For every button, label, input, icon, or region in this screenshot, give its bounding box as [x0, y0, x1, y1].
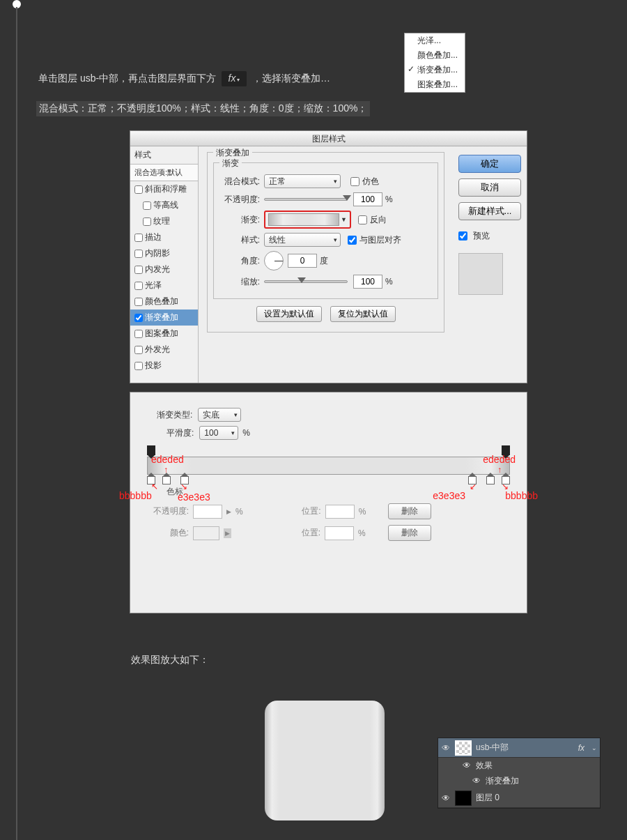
color-overlay-checkbox[interactable] — [134, 298, 143, 306]
arrow-icon: ↖ — [151, 482, 158, 491]
gradient-label: 渐变: — [219, 214, 260, 226]
angle-label: 角度: — [219, 255, 260, 267]
stop-location-label: 位置: — [279, 505, 321, 517]
sidebar-item-stroke[interactable]: 描边 — [145, 231, 162, 243]
visibility-icon[interactable]: 👁 — [462, 761, 472, 770]
menu-item-pattern-overlay[interactable]: 图案叠加... — [405, 77, 465, 92]
menu-item-color-overlay[interactable]: 颜色叠加... — [405, 48, 465, 63]
sidebar-item-satin[interactable]: 光泽 — [145, 280, 162, 291]
annotation-ededed-right: ededed — [483, 454, 516, 465]
stop-color-swatch[interactable] — [193, 526, 219, 540]
settings-main: 渐变叠加 渐变 混合模式: 正常 仿色 不透明度: % — [199, 146, 453, 383]
gradient-editor-dialog: 渐变类型: 实底 平滑度: 100 % ededed ededed bbbbbb… — [130, 392, 527, 613]
sidebar-item-pattern-overlay[interactable]: 图案叠加 — [145, 328, 178, 339]
blend-mode-label: 混合模式: — [219, 176, 260, 188]
color-stop-2[interactable] — [162, 476, 171, 484]
sidebar-header[interactable]: 样式 — [130, 146, 198, 165]
ok-button[interactable]: 确定 — [458, 155, 521, 173]
arrow-icon: ↑ — [497, 465, 502, 475]
pattern-overlay-checkbox[interactable] — [134, 330, 143, 338]
delete-opacity-stop-button[interactable]: 删除 — [388, 503, 431, 519]
stop-color-label: 颜色: — [147, 527, 189, 539]
fx-indicator-icon[interactable]: fx — [578, 743, 585, 753]
angle-input[interactable] — [288, 254, 317, 268]
blend-options[interactable]: 混合选项:默认 — [130, 165, 198, 181]
annotation-bbbbbb-right: bbbbbb — [505, 490, 538, 501]
stop-opacity-input[interactable] — [193, 505, 222, 519]
drop-shadow-checkbox[interactable] — [134, 362, 143, 370]
menu-item-satin[interactable]: 光泽... — [405, 33, 465, 48]
scale-slider[interactable] — [264, 280, 348, 283]
sidebar-item-outer-glow[interactable]: 外发光 — [145, 344, 170, 356]
stop-color-location-input[interactable] — [325, 526, 354, 540]
scale-input[interactable] — [353, 275, 382, 289]
angle-dial[interactable] — [264, 251, 284, 270]
make-default-button[interactable]: 设置为默认值 — [256, 306, 322, 322]
texture-checkbox[interactable] — [143, 217, 151, 226]
satin-checkbox[interactable] — [134, 282, 143, 290]
annotation-e3e3e3-right: e3e3e3 — [433, 490, 465, 501]
result-label: 效果图放大如下： — [131, 654, 209, 666]
sidebar-item-drop-shadow[interactable]: 投影 — [145, 360, 162, 372]
new-style-button[interactable]: 新建样式... — [458, 202, 521, 220]
sidebar-item-bevel[interactable]: 斜面和浮雕 — [145, 183, 187, 195]
stroke-checkbox[interactable] — [134, 234, 143, 242]
visibility-icon[interactable]: 👁 — [441, 793, 451, 803]
sidebar-item-texture[interactable]: 纹理 — [153, 215, 170, 227]
annotation-ededed-left: ededed — [151, 454, 184, 465]
visibility-icon[interactable]: 👁 — [472, 776, 481, 786]
reverse-label: 反向 — [370, 214, 387, 226]
gradient-overlay-effect-row[interactable]: 👁 渐变叠加 — [438, 773, 600, 788]
gradient-overlay-checkbox[interactable] — [134, 314, 143, 322]
align-label: 与图层对齐 — [359, 234, 401, 246]
bevel-checkbox[interactable] — [134, 185, 143, 194]
inner-shadow-checkbox[interactable] — [134, 250, 143, 258]
gradient-type-select[interactable]: 实底 — [198, 408, 241, 422]
outer-glow-checkbox[interactable] — [134, 346, 143, 354]
effect-name: 渐变叠加 — [486, 775, 519, 787]
menu-item-gradient-overlay[interactable]: 渐变叠加... — [405, 63, 465, 77]
reverse-checkbox[interactable] — [358, 215, 367, 224]
arrow-icon: ↘ — [502, 482, 509, 491]
color-stop-5[interactable] — [486, 476, 495, 484]
align-checkbox[interactable] — [348, 236, 357, 245]
gradient-highlight: ▼ — [264, 211, 351, 229]
sidebar-item-contour[interactable]: 等高线 — [153, 199, 178, 211]
preview-checkbox[interactable] — [458, 231, 467, 240]
gradient-swatch[interactable] — [268, 213, 339, 226]
style-label: 样式: — [219, 234, 260, 246]
style-select[interactable]: 线性 — [264, 233, 341, 247]
inner-glow-checkbox[interactable] — [134, 266, 143, 274]
reset-default-button[interactable]: 复位为默认值 — [330, 306, 396, 322]
layer-thumb[interactable] — [455, 791, 472, 806]
arrow-icon: ↑ — [164, 465, 168, 475]
smooth-select[interactable]: 100 — [199, 426, 238, 440]
sidebar-item-inner-shadow[interactable]: 内阴影 — [145, 247, 170, 259]
annotation-bbbbbb-left: bbbbbb — [119, 490, 152, 501]
dither-checkbox[interactable] — [350, 177, 359, 186]
opacity-input[interactable] — [353, 192, 382, 206]
visibility-icon[interactable]: 👁 — [441, 743, 451, 753]
chevron-down-icon[interactable]: ▼ — [341, 216, 347, 223]
sidebar-item-gradient-overlay[interactable]: 渐变叠加 — [145, 312, 178, 323]
contour-checkbox[interactable] — [143, 201, 151, 210]
layer-row-0[interactable]: 👁 图层 0 — [438, 788, 600, 808]
stop-location-input[interactable] — [325, 505, 355, 519]
layer-thumb[interactable] — [455, 740, 472, 756]
cancel-button[interactable]: 取消 — [458, 178, 521, 197]
settings-summary: 混合模式：正常；不透明度100%；样式：线性；角度：0度；缩放：100%； — [36, 101, 370, 116]
blend-mode-select[interactable]: 正常 — [264, 174, 341, 188]
effects-row[interactable]: 👁 效果 — [438, 758, 600, 773]
layer-row-usb[interactable]: 👁 usb-中部 fx ⌄ — [438, 738, 600, 758]
effects-label: 效果 — [476, 760, 493, 772]
dither-label: 仿色 — [362, 176, 379, 188]
stop-opacity-label: 不透明度: — [147, 505, 189, 517]
dialog-buttons: 确定 取消 新建样式... 预览 — [453, 146, 527, 383]
sidebar-item-color-overlay[interactable]: 颜色叠加 — [145, 296, 178, 307]
sidebar-item-inner-glow[interactable]: 内发光 — [145, 264, 170, 275]
chevron-down-icon[interactable]: ⌄ — [591, 744, 597, 751]
opacity-slider[interactable] — [264, 198, 348, 201]
gradient-bar[interactable]: ededed ededed bbbbbb e3e3e3 e3e3e3 bbbbb… — [147, 457, 510, 475]
preview-label: 预览 — [473, 230, 490, 242]
delete-color-stop-button[interactable]: 删除 — [388, 525, 431, 541]
